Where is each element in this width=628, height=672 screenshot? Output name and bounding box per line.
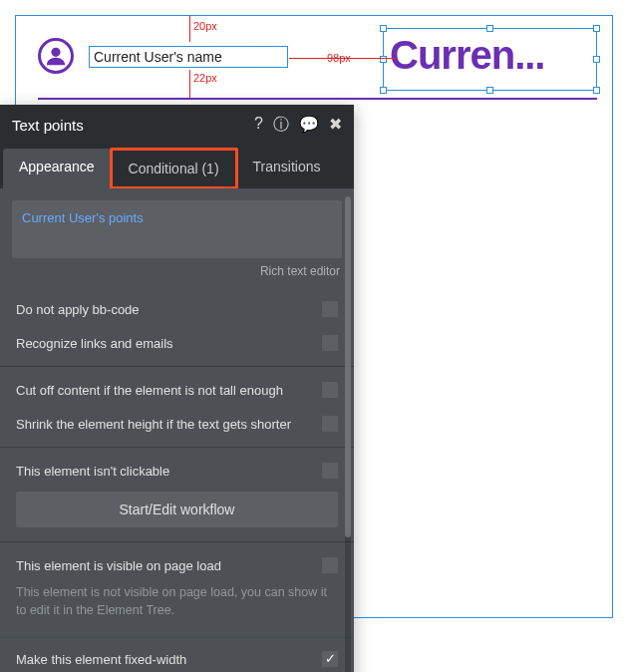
panel-title: Text points [12,117,84,134]
resize-handle[interactable] [380,25,387,32]
checkbox-shrink[interactable] [322,416,338,432]
row-cutoff: Cut off content if the element is not ta… [12,373,342,407]
panel-header[interactable]: Text points ? ⓘ 💬 ✖ [0,105,354,146]
tab-conditional[interactable]: Conditional (1) [110,148,238,189]
rich-text-link[interactable]: Rich text editor [12,264,340,278]
label: This element isn't clickable [16,464,169,479]
resize-handle[interactable] [486,87,493,94]
checkbox-bbcode[interactable] [322,301,338,317]
info-icon[interactable]: ⓘ [273,115,289,136]
sub-divider [0,637,354,638]
close-icon[interactable]: ✖ [329,115,342,136]
checkbox-visible[interactable] [322,557,338,573]
tab-appearance[interactable]: Appearance [3,149,111,188]
workflow-button[interactable]: Start/Edit workflow [16,492,338,527]
row-clickable: This element isn't clickable [12,454,342,488]
tab-transitions[interactable]: Transitions [237,149,337,188]
comment-icon[interactable]: 💬 [299,115,319,136]
checkbox-clickable[interactable] [322,463,338,479]
svg-point-0 [51,48,60,57]
help-icon[interactable]: ? [254,115,263,136]
label: Make this element fixed-width [16,652,186,667]
resize-handle[interactable] [486,25,493,32]
row-visible: This element is visible on page load [12,548,342,582]
section-divider [0,447,354,448]
label: This element is visible on page load [16,558,221,573]
row-links: Recognize links and emails [12,326,342,360]
resize-handle[interactable] [380,87,387,94]
avatar-icon [38,38,74,74]
property-editor: Text points ? ⓘ 💬 ✖ Appearance Condition… [0,105,354,672]
panel-body: Current User's points Rich text editor D… [0,188,354,672]
tab-bar: Appearance Conditional (1) Transitions [0,146,354,188]
checkbox-cutoff[interactable] [322,382,338,398]
label: Do not apply bb-code [16,302,140,317]
row-bbcode: Do not apply bb-code [12,292,342,326]
username-text-element[interactable]: Current User's name [89,46,288,68]
expression-editor[interactable]: Current User's points [12,200,342,258]
resize-handle[interactable] [593,87,600,94]
measurement-label: 20px [193,20,217,32]
checkbox-fixed[interactable] [322,651,338,667]
points-text-element[interactable]: Curren... [383,28,597,91]
scrollbar[interactable] [345,196,351,672]
measurement-label: 22px [193,72,217,84]
resize-handle[interactable] [593,56,600,63]
label: Shrink the element height if the text ge… [16,417,291,432]
label: Recognize links and emails [16,336,173,351]
points-text-content: Curren... [390,33,544,77]
checkbox-links[interactable] [322,335,338,351]
section-divider [0,541,354,542]
divider-line [38,98,597,100]
visible-help: This element is not visible on page load… [12,582,342,633]
resize-handle[interactable] [593,25,600,32]
row-fixed: Make this element fixed-width [12,642,342,672]
resize-handle[interactable] [380,56,387,63]
row-shrink: Shrink the element height if the text ge… [12,407,342,441]
section-divider [0,366,354,367]
expression-text: Current User's points [22,210,144,225]
measurement-label: 98px [327,52,351,64]
label: Cut off content if the element is not ta… [16,383,283,398]
